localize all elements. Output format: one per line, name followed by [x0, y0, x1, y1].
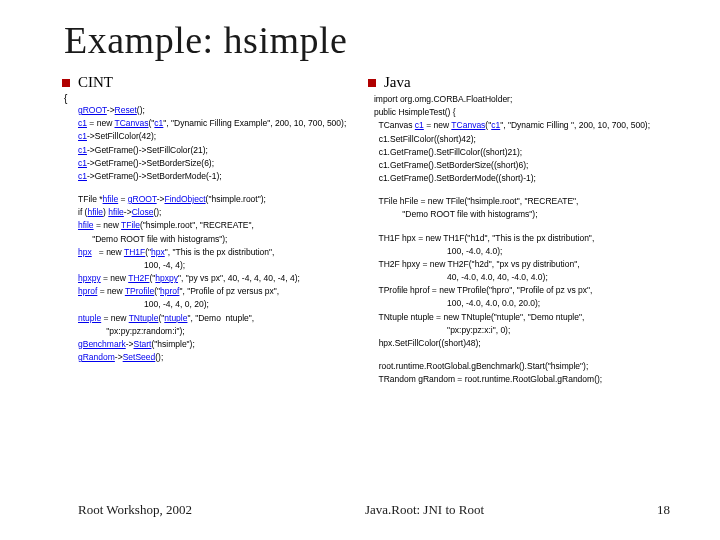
bullet-icon: [62, 79, 70, 87]
bullet-icon: [368, 79, 376, 87]
right-block-4: root.runtime.RootGlobal.gBenchmark().Sta…: [374, 360, 680, 386]
right-block-2: TFile hFile = new TFile("hsimple.root", …: [374, 195, 680, 221]
left-column: CINT { gROOT->Reset();c1 = new TCanvas("…: [64, 74, 362, 396]
columns: CINT { gROOT->Reset();c1 = new TCanvas("…: [64, 74, 672, 396]
right-column: Java import org.omg.CORBA.FloatHolder;pu…: [370, 74, 680, 396]
left-code: gROOT->Reset();c1 = new TCanvas("c1", "D…: [64, 104, 362, 364]
left-block-1: gROOT->Reset();c1 = new TCanvas("c1", "D…: [78, 104, 362, 183]
footer-left: Root Workshop, 2002: [78, 502, 192, 518]
left-block-2: TFile *hfile = gROOT->FindObject("hsimpl…: [78, 193, 362, 364]
left-heading-row: CINT: [62, 74, 362, 91]
right-block-3: TH1F hpx = new TH1F("h1d", "This is the …: [374, 232, 680, 351]
right-block-1: import org.omg.CORBA.FloatHolder;public …: [374, 93, 680, 185]
page-number: 18: [657, 502, 670, 518]
right-code: import org.omg.CORBA.FloatHolder;public …: [370, 93, 680, 386]
left-heading: CINT: [78, 74, 113, 91]
slide: Example: hsimple CINT { gROOT->Reset();c…: [0, 0, 720, 540]
footer-center: Java.Root: JNI to Root: [365, 502, 484, 518]
footer: Root Workshop, 2002 Java.Root: JNI to Ro…: [0, 502, 720, 518]
open-brace: {: [64, 93, 362, 104]
right-heading: Java: [384, 74, 411, 91]
right-heading-row: Java: [368, 74, 680, 91]
slide-title: Example: hsimple: [64, 18, 672, 62]
